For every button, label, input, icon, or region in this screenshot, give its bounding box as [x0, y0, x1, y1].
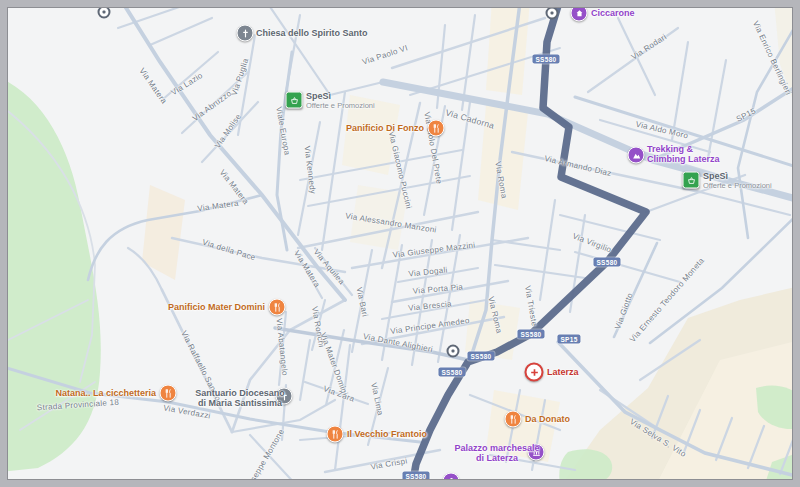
medical-cross-icon — [529, 367, 539, 377]
route-shield-ss580: SS580 — [467, 352, 494, 361]
transit-stop-icon[interactable] — [98, 6, 111, 19]
fork-knife-icon — [508, 414, 518, 424]
fork-knife-icon — [330, 429, 340, 439]
route-shield-ss580: SS580 — [593, 258, 620, 267]
restaurant-pin[interactable] — [428, 120, 445, 137]
poi-label-spesi[interactable]: SpeSì Offerte e Promozioni — [306, 91, 375, 110]
poi-line2: Climbing Laterza — [647, 154, 720, 164]
restaurant-pin[interactable] — [269, 299, 286, 316]
poi-label-santuario[interactable]: Santuario Diocesano di Maria Santissima — [195, 388, 285, 408]
poi-label-trekking[interactable]: Trekking & Climbing Laterza — [647, 144, 720, 164]
person-icon — [446, 476, 456, 486]
poi-line2: di Maria Santissima — [198, 398, 282, 408]
route-shield-ss580: SS580 — [517, 330, 544, 339]
home-icon — [574, 8, 584, 18]
route-shield-sp15: SP15 — [557, 335, 580, 344]
transit-stop-icon[interactable] — [546, 7, 559, 20]
route-shield-ss580: SS580 — [402, 472, 429, 481]
poi-subtitle: Offerte e Promozioni — [306, 101, 375, 110]
poi-line1: Santuario Diocesano — [195, 388, 285, 398]
poi-label-materdomini[interactable]: Panificio Mater Domini — [168, 302, 265, 312]
church-pin[interactable] — [237, 25, 254, 42]
poi-title: SpeSì — [703, 171, 728, 181]
poi-label-palazzo[interactable]: Palazzo marchesale di Laterza — [454, 443, 539, 463]
poi-label-laterza[interactable]: Laterza — [547, 367, 579, 377]
transit-stop-icon[interactable] — [447, 345, 460, 358]
poi-label-chiesa[interactable]: Chiesa dello Spirito Santo — [256, 28, 368, 38]
hospital-pin[interactable] — [525, 363, 544, 382]
poi-line1: Palazzo marchesale — [454, 443, 539, 453]
poi-label-ciccarone[interactable]: Ciccarone — [591, 8, 635, 18]
poi-label-spesi2[interactable]: SpeSì Offerte e Promozioni — [703, 171, 772, 190]
map-canvas[interactable]: Via Paolo VI Via Cadorna Via Aldo Moro V… — [0, 0, 800, 487]
route-shield-ss580: SS580 — [532, 55, 559, 64]
trekking-pin[interactable] — [628, 147, 645, 164]
fork-knife-icon — [163, 388, 173, 398]
poi-label-fonzo[interactable]: Panificio Di Fonzo — [346, 123, 424, 133]
poi-line1: Trekking & — [647, 144, 693, 154]
person-pin[interactable] — [443, 473, 460, 487]
poi-line2: di Laterza — [476, 453, 518, 463]
poi-subtitle: Offerte e Promozioni — [703, 181, 772, 190]
route-shield-ss580: SS580 — [438, 368, 465, 377]
supermarket-pin[interactable] — [683, 172, 700, 189]
poi-label-dadonato[interactable]: Da Donato — [525, 414, 570, 424]
shop-pin[interactable] — [571, 5, 588, 22]
cross-icon — [240, 28, 250, 38]
basket-icon — [289, 95, 299, 105]
poi-title: SpeSì — [306, 91, 331, 101]
restaurant-pin[interactable] — [160, 385, 177, 402]
basket-icon — [686, 175, 696, 185]
fork-knife-icon — [272, 302, 282, 312]
restaurant-pin[interactable] — [327, 426, 344, 443]
supermarket-pin[interactable] — [286, 92, 303, 109]
poi-label-natana[interactable]: Natana.. La cicchetteria — [55, 388, 156, 398]
fork-knife-icon — [431, 123, 441, 133]
road-network — [0, 0, 800, 487]
poi-label-frantoio[interactable]: Il Vecchio Frantoio — [347, 429, 427, 439]
terrain-layer — [0, 0, 800, 487]
restaurant-pin[interactable] — [505, 411, 522, 428]
mountain-icon — [631, 150, 641, 160]
